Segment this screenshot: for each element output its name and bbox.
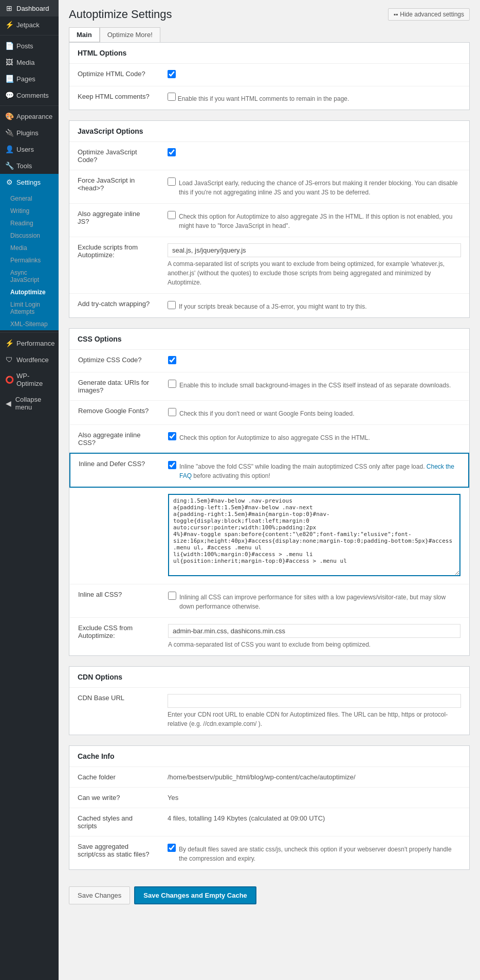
sidebar-item-label: Wordfence xyxy=(16,356,49,364)
sidebar-item-media[interactable]: 🖼 Media xyxy=(0,54,59,70)
sidebar-item-posts[interactable]: 📄 Posts xyxy=(0,38,59,54)
exclude-scripts-label: Exclude scripts from Autoptimize: xyxy=(69,237,159,294)
sidebar-item-collapse[interactable]: ◀ Collapse menu xyxy=(0,391,59,415)
sidebar-sub-async-js[interactable]: Async JavaScript xyxy=(0,266,59,286)
sidebar-item-label: Users xyxy=(16,146,34,153)
html-options-title: HTML Options xyxy=(69,43,469,64)
sidebar-item-plugins[interactable]: 🔌 Plugins xyxy=(0,124,59,141)
optimize-js-label: Optimize JavaScript Code? xyxy=(69,142,159,170)
sidebar-item-performance[interactable]: ⚡ Performance xyxy=(0,335,59,351)
tab-main[interactable]: Main xyxy=(69,27,100,42)
keep-html-comments-value: Enable this if you want HTML comments to… xyxy=(159,86,469,110)
sidebar-section-content: 📄 Posts 🖼 Media 📃 Pages 💬 Comments xyxy=(0,35,59,103)
save-changes-button[interactable]: Save Changes xyxy=(69,886,130,904)
js-options-section: JavaScript Options Optimize JavaScript C… xyxy=(69,120,470,318)
aggregate-inline-js-value: Check this option for Autoptimize to als… xyxy=(159,204,469,237)
sidebar-sub-reading[interactable]: Reading xyxy=(0,217,59,229)
sidebar-sub-autoptimize[interactable]: Autoptimize xyxy=(0,286,59,298)
js-options-title: JavaScript Options xyxy=(69,121,469,142)
jetpack-icon: ⚡ xyxy=(5,21,13,29)
sidebar-sub-limit-login[interactable]: Limit Login Attempts xyxy=(0,298,59,318)
plugins-icon: 🔌 xyxy=(5,129,13,137)
aggregate-inline-js-checkbox[interactable] xyxy=(168,211,176,219)
sidebar-sub-media[interactable]: Media xyxy=(0,242,59,254)
table-row: Optimize HTML Code? xyxy=(69,64,469,86)
sidebar-sub-general[interactable]: General xyxy=(0,192,59,205)
table-row: Inline all CSS? Inlining all CSS can imp… xyxy=(70,584,469,618)
table-row: Save aggregated script/css as static fil… xyxy=(69,836,469,870)
sidebar: ⊞ Dashboard ⚡ Jetpack 📄 Posts 🖼 Media 📃 … xyxy=(0,0,59,980)
sidebar-sub-writing[interactable]: Writing xyxy=(0,205,59,217)
force-js-head-desc: Load JavaScript early, reducing the chan… xyxy=(179,179,461,197)
aggregate-inline-css-checkbox[interactable] xyxy=(168,432,176,440)
inline-defer-checkbox[interactable] xyxy=(168,461,176,469)
sidebar-item-pages[interactable]: 📃 Pages xyxy=(0,70,59,87)
sidebar-sub-xml-sitemap[interactable]: XML-Sitemap xyxy=(0,318,59,330)
sidebar-item-comments[interactable]: 💬 Comments xyxy=(0,87,59,103)
save-static-checkbox[interactable] xyxy=(168,844,176,852)
exclude-css-value: A comma-separated list of CSS you want t… xyxy=(160,618,469,656)
sidebar-item-label: Jetpack xyxy=(16,21,40,29)
exclude-css-desc: A comma-separated list of CSS you want t… xyxy=(168,640,460,649)
appearance-icon: 🎨 xyxy=(5,112,13,120)
try-catch-checkbox[interactable] xyxy=(168,301,176,309)
sidebar-item-wordfence[interactable]: 🛡 Wordfence xyxy=(0,351,59,368)
inline-defer-label: Inline and Defer CSS? xyxy=(70,453,160,487)
sidebar-item-settings[interactable]: ⚙ Settings xyxy=(0,174,59,190)
sidebar-item-label: Collapse menu xyxy=(15,396,53,411)
hide-advanced-button[interactable]: ▪▪ Hide advanced settings xyxy=(388,8,470,21)
hide-advanced-label: Hide advanced settings xyxy=(400,11,464,18)
optimize-js-checkbox[interactable] xyxy=(168,148,176,156)
save-changes-empty-cache-button[interactable]: Save Changes and Empty Cache xyxy=(134,886,256,904)
force-js-head-value: Load JavaScript early, reducing the chan… xyxy=(159,170,469,204)
optimize-css-checkbox[interactable] xyxy=(168,356,176,364)
remove-google-fonts-label: Remove Google Fonts? xyxy=(70,401,160,425)
table-row: CDN Base URL Enter your CDN root URL to … xyxy=(69,688,469,735)
table-row: Cache folder /home/bestserv/public_html/… xyxy=(69,767,469,788)
save-static-desc: By default files saved are static css/js… xyxy=(179,845,461,863)
sidebar-item-label: Performance xyxy=(16,340,54,347)
sidebar-item-wp-optimize[interactable]: ⭕ WP-Optimize xyxy=(0,368,59,391)
aggregate-inline-js-label: Also aggregate inline JS? xyxy=(69,204,159,237)
force-js-head-checkbox[interactable] xyxy=(168,177,176,186)
inline-all-css-checkbox[interactable] xyxy=(168,592,176,600)
table-row: Exclude scripts from Autoptimize: A comm… xyxy=(69,237,469,294)
cache-folder-label: Cache folder xyxy=(69,767,159,788)
sidebar-item-users[interactable]: 👤 Users xyxy=(0,141,59,157)
sidebar-item-label: Tools xyxy=(16,162,32,170)
sidebar-item-label: Media xyxy=(16,59,34,66)
sidebar-sub-discussion[interactable]: Discussion xyxy=(0,229,59,242)
sidebar-item-tools[interactable]: 🔧 Tools xyxy=(0,157,59,174)
exclude-css-input[interactable] xyxy=(168,624,460,638)
sidebar-item-appearance[interactable]: 🎨 Appearance xyxy=(0,108,59,124)
can-write-value: Yes xyxy=(159,788,469,808)
cdn-base-url-input[interactable] xyxy=(168,694,461,708)
data-uris-value: Enable this to include small background-… xyxy=(160,372,469,401)
optimize-html-checkbox[interactable] xyxy=(168,70,176,78)
table-row: Generate data: URIs for images? Enable t… xyxy=(70,372,469,401)
inline-defer-value: Inline "above the fold CSS" while loadin… xyxy=(160,453,469,487)
data-uris-desc: Enable this to include small background-… xyxy=(179,381,451,390)
exclude-scripts-input[interactable] xyxy=(168,243,461,257)
sidebar-sub-permalinks[interactable]: Permalinks xyxy=(0,254,59,266)
css-options-table: Optimize CSS Code? Generate data: URIs f… xyxy=(69,350,469,655)
css-textarea[interactable]: ding:1.5em}#nav-below .nav-previous a{pa… xyxy=(168,494,460,576)
check-faq-link[interactable]: Check the FAQ xyxy=(179,463,454,479)
try-catch-value: If your scripts break because of a JS-er… xyxy=(159,294,469,318)
tab-optimize-more[interactable]: Optimize More! xyxy=(100,27,160,42)
keep-html-comments-label: Keep HTML comments? xyxy=(69,86,159,110)
exclude-scripts-desc: A comma-separated list of scripts you wa… xyxy=(168,259,461,287)
sidebar-item-jetpack[interactable]: ⚡ Jetpack xyxy=(0,16,59,33)
optimize-css-value xyxy=(160,350,469,372)
table-row: Also aggregate inline JS? Check this opt… xyxy=(69,204,469,237)
remove-google-fonts-checkbox[interactable] xyxy=(168,408,176,416)
sidebar-item-dashboard[interactable]: ⊞ Dashboard xyxy=(0,0,59,16)
keep-html-comments-checkbox[interactable] xyxy=(168,93,176,101)
cdn-base-url-value: Enter your CDN root URL to enable CDN fo… xyxy=(159,688,469,735)
table-row: Optimize CSS Code? xyxy=(70,350,469,372)
sidebar-item-label: WP-Optimize xyxy=(16,372,53,387)
toggle-icon: ▪▪ xyxy=(394,11,398,18)
sidebar-item-label: Comments xyxy=(16,92,49,99)
data-uris-checkbox[interactable] xyxy=(168,380,176,388)
optimize-js-value xyxy=(159,142,469,170)
